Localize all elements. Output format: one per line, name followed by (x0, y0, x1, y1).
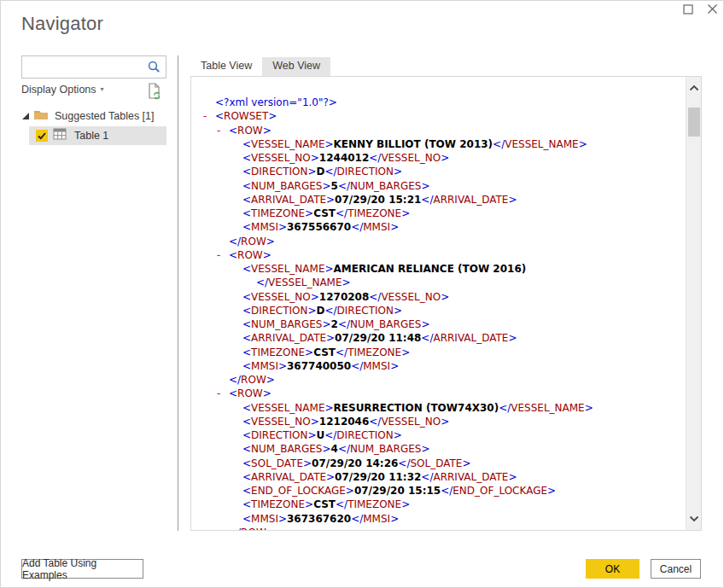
table1-checkbox[interactable] (36, 130, 48, 142)
xml-line: <ARRIVAL_DATE>07/29/20 11:32</ARRIVAL_DA… (191, 470, 686, 484)
xml-line: <DIRECTION>D</DIRECTION> (191, 165, 686, 178)
display-options-row: Display Options ▾ (21, 84, 166, 101)
xml-line: <END_OF_LOCKAGE>07/29/20 15:15</END_OF_L… (191, 484, 686, 498)
xml-line: <TIMEZONE>CST</TIMEZONE> (191, 207, 686, 220)
xml-line: <NUM_BARGES>4</NUM_BARGES> (191, 442, 686, 456)
xml-line: <VESSEL_NAME>RESURRECTION (TOW74X30)</VE… (191, 401, 686, 415)
xml-line: -<ROWSET> (191, 109, 686, 123)
refresh-icon (146, 92, 165, 104)
display-options-dropdown[interactable]: Display Options ▾ (21, 84, 104, 96)
close-button[interactable] (704, 3, 720, 18)
xml-line: </ROW> (191, 235, 686, 248)
xml-line: <ARRIVAL_DATE>07/29/20 11:48</ARRIVAL_DA… (191, 331, 686, 345)
tab-web-view[interactable]: Web View (262, 57, 330, 76)
xml-line: <DIRECTION>D</DIRECTION> (191, 304, 686, 317)
close-icon (707, 3, 718, 18)
xml-line: <TIMEZONE>CST</TIMEZONE> (191, 346, 686, 359)
maximize-icon (683, 3, 693, 18)
tables-tree: Suggested Tables [1] Table 1 (21, 107, 166, 145)
xml-line: </ROW> (191, 373, 686, 387)
xml-line: -<ROW> (191, 387, 686, 400)
page-title: Navigator (21, 13, 103, 35)
folder-label: Suggested Tables [1] (55, 110, 155, 122)
xml-line: <DIRECTION>U</DIRECTION> (191, 428, 686, 442)
cancel-button[interactable]: Cancel (651, 559, 701, 579)
scrollbar-track[interactable] (686, 77, 701, 530)
xml-line: <VESSEL_NO>1212046</VESSEL_NO> (191, 415, 686, 428)
xml-line: -<ROW> (191, 124, 686, 137)
ok-button[interactable]: OK (586, 559, 639, 579)
xml-line: -<ROW> (191, 248, 686, 262)
scroll-up-button[interactable] (686, 80, 702, 96)
xml-line: <SOL_DATE>07/29/20 14:26</SOL_DATE> (191, 457, 686, 470)
navigator-dialog: Navigator Display Options ▾ (0, 0, 724, 588)
tree-expander-icon[interactable] (21, 112, 32, 120)
xml-line: <VESSEL_NAME>AMERICAN RELIANCE (TOW 2016… (191, 262, 686, 276)
search-box (21, 55, 166, 79)
xml-content: <?xml version="1.0"?>-<ROWSET>-<ROW> <VE… (191, 77, 686, 530)
xml-line: <ARRIVAL_DATE>07/29/20 15:21</ARRIVAL_DA… (191, 193, 686, 207)
table1-label: Table 1 (74, 130, 108, 142)
xml-line: <MMSI>367367620</MMSI> (191, 512, 686, 526)
maximize-button[interactable] (680, 3, 696, 18)
xml-line: <MMSI>367556670</MMSI> (191, 220, 686, 234)
table-icon (53, 128, 67, 143)
search-input[interactable] (27, 57, 145, 77)
xml-line: <NUM_BARGES>5</NUM_BARGES> (191, 179, 686, 193)
xml-line: <TIMEZONE>CST</TIMEZONE> (191, 498, 686, 511)
view-tabs: Table View Web View (190, 57, 330, 76)
add-table-using-examples-button[interactable]: Add Table Using Examples (21, 559, 143, 579)
tab-table-view[interactable]: Table View (190, 57, 262, 76)
chevron-down-icon: ▾ (101, 85, 104, 93)
web-view-panel: <?xml version="1.0"?>-<ROWSET>-<ROW> <VE… (190, 76, 702, 531)
sidebar-item-suggested-tables[interactable]: Suggested Tables [1] (21, 107, 166, 125)
xml-line: <NUM_BARGES>2</NUM_BARGES> (191, 317, 686, 331)
xml-line: <?xml version="1.0"?> (191, 96, 686, 109)
search-icon[interactable] (147, 60, 161, 78)
refresh-button[interactable] (146, 81, 165, 104)
xml-line: <VESSEL_NO>1244012</VESSEL_NO> (191, 151, 686, 165)
scroll-down-button[interactable] (686, 511, 702, 527)
xml-line: <VESSEL_NAME>KENNY BILLIOT (TOW 2013)</V… (191, 137, 686, 151)
panel-divider (178, 55, 178, 531)
display-options-label: Display Options (21, 84, 96, 96)
xml-line: <MMSI>367740050</MMSI> (191, 359, 686, 373)
xml-line: <VESSEL_NO>1270208</VESSEL_NO> (191, 290, 686, 304)
folder-icon (33, 108, 49, 124)
sidebar-item-table1[interactable]: Table 1 (29, 126, 166, 145)
scrollbar-thumb[interactable] (688, 108, 700, 137)
xml-line: </VESSEL_NAME> (191, 276, 686, 289)
xml-line: </ROW> (191, 526, 686, 530)
